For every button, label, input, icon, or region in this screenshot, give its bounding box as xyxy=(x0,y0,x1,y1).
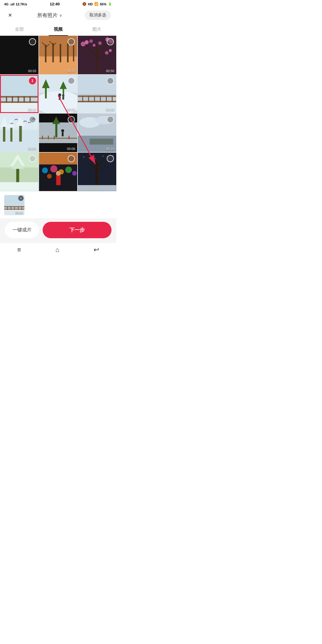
remove-selected-4[interactable]: × xyxy=(18,196,24,201)
select-circle-1[interactable] xyxy=(29,38,36,45)
svg-rect-34 xyxy=(18,96,19,103)
media-grid: 00:03 00:07 xyxy=(0,36,116,191)
svg-rect-8 xyxy=(73,45,74,61)
menu-nav-icon[interactable]: ≡ xyxy=(17,246,21,254)
svg-rect-36 xyxy=(30,96,31,103)
media-cell-9[interactable]: 00:10 xyxy=(78,114,116,152)
svg-point-102 xyxy=(89,155,90,155)
media-cell-8[interactable]: 00:06 xyxy=(39,114,78,152)
select-circle-6[interactable] xyxy=(107,77,114,84)
status-bar: 4G .ull 12.7K/s 12:40 🔕 HD 📶 55% 🔋 xyxy=(0,0,116,7)
hd-label: HD xyxy=(88,2,93,6)
duration-2: 00:07 xyxy=(67,69,75,73)
media-cell-3[interactable]: 00:50 xyxy=(78,36,116,74)
svg-rect-56 xyxy=(100,95,101,102)
svg-rect-125 xyxy=(18,206,18,210)
close-button[interactable]: × xyxy=(5,11,15,19)
media-cell-1[interactable]: 00:03 xyxy=(0,36,38,74)
media-cell-5[interactable]: 00:03 xyxy=(39,75,78,113)
select-circle-10[interactable] xyxy=(29,155,36,162)
home-nav-icon[interactable]: ⌂ xyxy=(55,246,59,254)
svg-rect-76 xyxy=(54,136,55,140)
select-circle-4[interactable]: 1 xyxy=(29,77,36,84)
svg-rect-58 xyxy=(112,95,113,102)
svg-point-101 xyxy=(83,157,84,157)
back-nav-icon[interactable]: ↩ xyxy=(94,246,99,254)
duration-6: 00:30 xyxy=(106,108,114,112)
svg-point-19 xyxy=(85,40,89,44)
media-cell-12[interactable] xyxy=(78,153,116,191)
status-right: 🔕 HD 📶 55% 🔋 xyxy=(82,2,112,6)
svg-point-71 xyxy=(61,129,64,132)
media-cell-6[interactable]: 00:30 xyxy=(78,75,116,113)
svg-rect-75 xyxy=(48,136,49,140)
svg-rect-52 xyxy=(78,101,116,102)
signal-label: 4G xyxy=(4,2,9,6)
svg-rect-7 xyxy=(67,44,69,62)
duration-5: 00:03 xyxy=(67,108,75,112)
svg-rect-57 xyxy=(106,95,107,102)
header: × 所有照片 ∨ 取消多选 xyxy=(0,7,116,23)
svg-point-92 xyxy=(42,168,48,174)
tab-photo[interactable]: 图片 xyxy=(78,23,116,35)
svg-rect-98 xyxy=(56,175,61,185)
svg-point-95 xyxy=(65,167,72,173)
svg-point-23 xyxy=(105,51,109,55)
svg-rect-73 xyxy=(39,138,78,139)
svg-rect-33 xyxy=(12,96,13,103)
svg-point-99 xyxy=(56,171,61,176)
svg-point-97 xyxy=(47,174,52,179)
selected-duration-4: 00:14 xyxy=(15,211,23,214)
title-area: 所有照片 ∨ xyxy=(37,12,62,19)
svg-rect-51 xyxy=(78,95,116,97)
svg-rect-83 xyxy=(90,139,113,145)
auto-create-button[interactable]: 一键成片 xyxy=(5,222,39,238)
next-step-button[interactable]: 下一步 xyxy=(43,222,112,238)
tab-video[interactable]: 视频 xyxy=(39,23,78,35)
svg-rect-69 xyxy=(55,123,57,137)
svg-point-20 xyxy=(89,39,93,43)
media-cell-11[interactable] xyxy=(39,153,78,191)
select-circle-7[interactable] xyxy=(29,116,36,123)
bottom-actions: 一键成片 下一步 xyxy=(0,218,116,243)
svg-point-26 xyxy=(98,41,102,45)
tabs-bar: 全部 视频 图片 xyxy=(0,23,116,36)
svg-rect-72 xyxy=(62,132,64,137)
svg-rect-126 xyxy=(21,206,22,210)
select-circle-12[interactable] xyxy=(107,155,114,162)
duration-1: 00:03 xyxy=(28,69,36,73)
svg-rect-30 xyxy=(0,96,38,97)
selected-thumb-4[interactable]: × 00:14 xyxy=(4,195,24,215)
svg-rect-35 xyxy=(24,96,25,103)
media-cell-4[interactable]: 1 00:14 xyxy=(0,75,38,113)
album-title: 所有照片 xyxy=(37,12,58,19)
svg-rect-61 xyxy=(3,126,5,142)
svg-rect-6 xyxy=(60,44,61,62)
svg-rect-45 xyxy=(59,96,61,100)
svg-rect-114 xyxy=(78,185,116,191)
svg-point-104 xyxy=(103,156,103,157)
svg-point-24 xyxy=(109,49,112,52)
duration-7: 00:03 xyxy=(28,147,36,151)
svg-point-93 xyxy=(50,165,57,173)
dropdown-arrow-icon[interactable]: ∨ xyxy=(59,13,62,18)
svg-rect-47 xyxy=(62,97,64,100)
select-circle-5[interactable] xyxy=(68,77,75,84)
svg-rect-32 xyxy=(6,96,7,103)
time-label: 12:40 xyxy=(50,2,60,6)
svg-rect-65 xyxy=(19,125,22,142)
svg-rect-74 xyxy=(42,136,43,140)
media-cell-10[interactable] xyxy=(0,153,38,191)
media-cell-2[interactable]: 00:07 xyxy=(39,36,78,74)
svg-rect-53 xyxy=(82,95,83,102)
svg-rect-54 xyxy=(88,95,89,102)
media-cell-7[interactable]: 00:03 xyxy=(0,114,38,152)
svg-rect-31 xyxy=(0,101,38,103)
cancel-multi-button[interactable]: 取消多选 xyxy=(85,10,111,20)
svg-rect-107 xyxy=(96,162,98,185)
tab-all[interactable]: 全部 xyxy=(0,23,39,35)
duration-4: 00:14 xyxy=(28,108,36,112)
battery-icon: 🔋 xyxy=(108,2,112,6)
battery-label: 55% xyxy=(100,2,106,6)
select-circle-3[interactable] xyxy=(107,38,114,45)
